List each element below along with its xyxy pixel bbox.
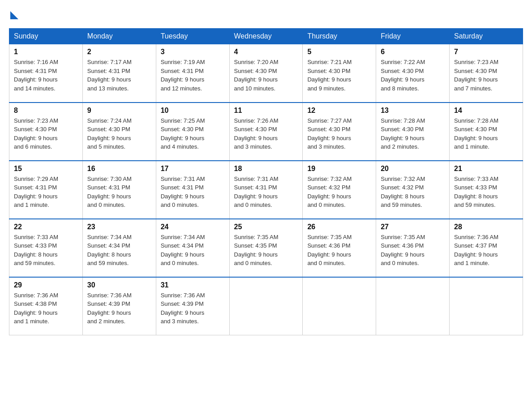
day-number: 21 bbox=[454, 165, 518, 173]
calendar-header-row: Sunday Monday Tuesday Wednesday Thursday… bbox=[9, 29, 523, 44]
calendar-week-row: 8Sunrise: 7:23 AMSunset: 4:30 PMDaylight… bbox=[9, 103, 523, 161]
calendar-day-cell: 27Sunrise: 7:35 AMSunset: 4:36 PMDayligh… bbox=[376, 219, 450, 277]
day-number: 26 bbox=[307, 223, 371, 231]
day-info: Sunrise: 7:28 AMSunset: 4:30 PMDaylight:… bbox=[454, 116, 518, 151]
day-info: Sunrise: 7:36 AMSunset: 4:37 PMDaylight:… bbox=[454, 233, 518, 268]
day-number: 19 bbox=[307, 165, 371, 173]
day-info: Sunrise: 7:31 AMSunset: 4:31 PMDaylight:… bbox=[234, 175, 298, 210]
calendar-week-row: 29Sunrise: 7:36 AMSunset: 4:38 PMDayligh… bbox=[9, 277, 523, 335]
calendar-day-cell: 30Sunrise: 7:36 AMSunset: 4:39 PMDayligh… bbox=[82, 277, 156, 335]
day-number: 16 bbox=[87, 165, 151, 173]
calendar-day-cell: 20Sunrise: 7:32 AMSunset: 4:32 PMDayligh… bbox=[376, 161, 450, 219]
logo bbox=[9, 9, 18, 19]
calendar-day-cell: 22Sunrise: 7:33 AMSunset: 4:33 PMDayligh… bbox=[9, 219, 83, 277]
day-info: Sunrise: 7:33 AMSunset: 4:33 PMDaylight:… bbox=[454, 175, 518, 210]
calendar-day-cell: 5Sunrise: 7:21 AMSunset: 4:30 PMDaylight… bbox=[303, 44, 376, 103]
day-info: Sunrise: 7:23 AMSunset: 4:30 PMDaylight:… bbox=[454, 58, 518, 93]
day-number: 7 bbox=[454, 48, 518, 56]
calendar-day-cell: 7Sunrise: 7:23 AMSunset: 4:30 PMDaylight… bbox=[450, 44, 523, 103]
day-info: Sunrise: 7:23 AMSunset: 4:30 PMDaylight:… bbox=[14, 116, 78, 151]
day-number: 18 bbox=[234, 165, 298, 173]
calendar-day-cell: 13Sunrise: 7:28 AMSunset: 4:30 PMDayligh… bbox=[376, 103, 450, 161]
calendar-day-cell: 4Sunrise: 7:20 AMSunset: 4:30 PMDaylight… bbox=[229, 44, 303, 103]
day-number: 30 bbox=[87, 281, 151, 289]
day-info: Sunrise: 7:21 AMSunset: 4:30 PMDaylight:… bbox=[307, 58, 371, 93]
calendar-day-cell: 19Sunrise: 7:32 AMSunset: 4:32 PMDayligh… bbox=[303, 161, 376, 219]
header-sunday: Sunday bbox=[9, 29, 83, 44]
calendar-day-cell: 16Sunrise: 7:30 AMSunset: 4:31 PMDayligh… bbox=[82, 161, 156, 219]
day-number: 23 bbox=[87, 223, 151, 231]
day-number: 12 bbox=[307, 107, 371, 115]
calendar-day-cell: 17Sunrise: 7:31 AMSunset: 4:31 PMDayligh… bbox=[156, 161, 229, 219]
day-number: 15 bbox=[14, 165, 78, 173]
day-info: Sunrise: 7:25 AMSunset: 4:30 PMDaylight:… bbox=[161, 116, 225, 151]
calendar-day-cell: 9Sunrise: 7:24 AMSunset: 4:30 PMDaylight… bbox=[82, 103, 156, 161]
day-number: 20 bbox=[381, 165, 445, 173]
calendar-day-cell: 6Sunrise: 7:22 AMSunset: 4:30 PMDaylight… bbox=[376, 44, 450, 103]
calendar-day-cell: 25Sunrise: 7:35 AMSunset: 4:35 PMDayligh… bbox=[229, 219, 303, 277]
calendar-day-cell: 15Sunrise: 7:29 AMSunset: 4:31 PMDayligh… bbox=[9, 161, 83, 219]
header-thursday: Thursday bbox=[303, 29, 376, 44]
header-saturday: Saturday bbox=[450, 29, 523, 44]
calendar-day-cell: 8Sunrise: 7:23 AMSunset: 4:30 PMDaylight… bbox=[9, 103, 83, 161]
day-info: Sunrise: 7:32 AMSunset: 4:32 PMDaylight:… bbox=[381, 175, 445, 210]
page-header bbox=[9, 9, 523, 19]
calendar-day-cell: 28Sunrise: 7:36 AMSunset: 4:37 PMDayligh… bbox=[450, 219, 523, 277]
calendar-day-cell: 29Sunrise: 7:36 AMSunset: 4:38 PMDayligh… bbox=[9, 277, 83, 335]
day-info: Sunrise: 7:31 AMSunset: 4:31 PMDaylight:… bbox=[161, 175, 225, 210]
day-info: Sunrise: 7:34 AMSunset: 4:34 PMDaylight:… bbox=[161, 233, 225, 268]
day-info: Sunrise: 7:36 AMSunset: 4:39 PMDaylight:… bbox=[161, 291, 225, 326]
calendar-week-row: 15Sunrise: 7:29 AMSunset: 4:31 PMDayligh… bbox=[9, 161, 523, 219]
header-friday: Friday bbox=[376, 29, 450, 44]
day-info: Sunrise: 7:20 AMSunset: 4:30 PMDaylight:… bbox=[234, 58, 298, 93]
day-info: Sunrise: 7:32 AMSunset: 4:32 PMDaylight:… bbox=[307, 175, 371, 210]
day-info: Sunrise: 7:35 AMSunset: 4:36 PMDaylight:… bbox=[307, 233, 371, 268]
day-number: 13 bbox=[381, 107, 445, 115]
day-number: 8 bbox=[14, 107, 78, 115]
calendar-day-cell bbox=[303, 277, 376, 335]
calendar-day-cell: 21Sunrise: 7:33 AMSunset: 4:33 PMDayligh… bbox=[450, 161, 523, 219]
day-number: 14 bbox=[454, 107, 518, 115]
calendar-day-cell: 10Sunrise: 7:25 AMSunset: 4:30 PMDayligh… bbox=[156, 103, 229, 161]
day-number: 28 bbox=[454, 223, 518, 231]
calendar-week-row: 1Sunrise: 7:16 AMSunset: 4:31 PMDaylight… bbox=[9, 44, 523, 103]
calendar-day-cell bbox=[229, 277, 303, 335]
header-tuesday: Tuesday bbox=[156, 29, 229, 44]
day-info: Sunrise: 7:17 AMSunset: 4:31 PMDaylight:… bbox=[87, 58, 151, 93]
day-number: 29 bbox=[14, 281, 78, 289]
day-info: Sunrise: 7:36 AMSunset: 4:39 PMDaylight:… bbox=[87, 291, 151, 326]
day-number: 24 bbox=[161, 223, 225, 231]
day-info: Sunrise: 7:16 AMSunset: 4:31 PMDaylight:… bbox=[14, 58, 78, 93]
day-number: 31 bbox=[161, 281, 225, 289]
day-info: Sunrise: 7:33 AMSunset: 4:33 PMDaylight:… bbox=[14, 233, 78, 268]
day-number: 9 bbox=[87, 107, 151, 115]
day-info: Sunrise: 7:35 AMSunset: 4:36 PMDaylight:… bbox=[381, 233, 445, 268]
header-wednesday: Wednesday bbox=[229, 29, 303, 44]
calendar-day-cell: 1Sunrise: 7:16 AMSunset: 4:31 PMDaylight… bbox=[9, 44, 83, 103]
day-info: Sunrise: 7:28 AMSunset: 4:30 PMDaylight:… bbox=[381, 116, 445, 151]
day-info: Sunrise: 7:36 AMSunset: 4:38 PMDaylight:… bbox=[14, 291, 78, 326]
day-number: 4 bbox=[234, 48, 298, 56]
day-info: Sunrise: 7:29 AMSunset: 4:31 PMDaylight:… bbox=[14, 175, 78, 210]
calendar-day-cell: 24Sunrise: 7:34 AMSunset: 4:34 PMDayligh… bbox=[156, 219, 229, 277]
day-info: Sunrise: 7:22 AMSunset: 4:30 PMDaylight:… bbox=[381, 58, 445, 93]
day-info: Sunrise: 7:34 AMSunset: 4:34 PMDaylight:… bbox=[87, 233, 151, 268]
calendar-day-cell: 2Sunrise: 7:17 AMSunset: 4:31 PMDaylight… bbox=[82, 44, 156, 103]
logo-arrow-icon bbox=[10, 11, 18, 19]
calendar-day-cell: 11Sunrise: 7:26 AMSunset: 4:30 PMDayligh… bbox=[229, 103, 303, 161]
day-number: 6 bbox=[381, 48, 445, 56]
calendar-day-cell: 26Sunrise: 7:35 AMSunset: 4:36 PMDayligh… bbox=[303, 219, 376, 277]
calendar-day-cell bbox=[376, 277, 450, 335]
calendar-day-cell: 3Sunrise: 7:19 AMSunset: 4:31 PMDaylight… bbox=[156, 44, 229, 103]
day-info: Sunrise: 7:35 AMSunset: 4:35 PMDaylight:… bbox=[234, 233, 298, 268]
day-info: Sunrise: 7:24 AMSunset: 4:30 PMDaylight:… bbox=[87, 116, 151, 151]
day-number: 17 bbox=[161, 165, 225, 173]
day-info: Sunrise: 7:30 AMSunset: 4:31 PMDaylight:… bbox=[87, 175, 151, 210]
calendar-week-row: 22Sunrise: 7:33 AMSunset: 4:33 PMDayligh… bbox=[9, 219, 523, 277]
day-number: 3 bbox=[161, 48, 225, 56]
day-number: 2 bbox=[87, 48, 151, 56]
calendar-day-cell: 23Sunrise: 7:34 AMSunset: 4:34 PMDayligh… bbox=[82, 219, 156, 277]
calendar-day-cell: 14Sunrise: 7:28 AMSunset: 4:30 PMDayligh… bbox=[450, 103, 523, 161]
calendar-day-cell: 18Sunrise: 7:31 AMSunset: 4:31 PMDayligh… bbox=[229, 161, 303, 219]
day-number: 1 bbox=[14, 48, 78, 56]
